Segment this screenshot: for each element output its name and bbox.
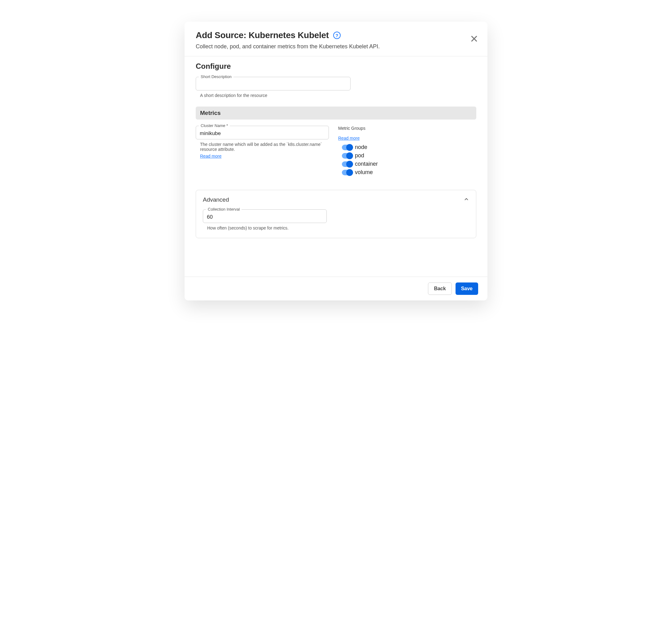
toggle-volume-label: volume: [355, 169, 373, 176]
metrics-banner: Metrics: [196, 107, 476, 120]
save-button[interactable]: Save: [456, 282, 478, 295]
dialog-subtitle: Collect node, pod, and container metrics…: [196, 43, 476, 50]
collection-interval-field: Collection Interval: [203, 209, 327, 223]
advanced-section: Advanced Collection Interval How often (…: [196, 190, 476, 238]
cluster-name-label: Cluster Name *: [199, 123, 230, 128]
short-description-helper: A short description for the resource: [200, 93, 476, 98]
metric-groups-title: Metric Groups: [338, 126, 476, 131]
help-icon[interactable]: ?: [333, 31, 341, 39]
toggle-pod-label: pod: [355, 153, 364, 159]
chevron-up-icon: [463, 196, 469, 203]
toggle-pod[interactable]: [342, 153, 353, 159]
cluster-name-read-more[interactable]: Read more: [200, 154, 221, 159]
toggle-node[interactable]: [342, 145, 353, 150]
close-icon[interactable]: [470, 35, 478, 43]
advanced-header[interactable]: Advanced: [203, 196, 469, 203]
metric-group-container: container: [342, 161, 476, 167]
cluster-name-helper: The cluster name which will be added as …: [200, 142, 329, 152]
metric-group-volume: volume: [342, 169, 476, 176]
collection-interval-label: Collection Interval: [206, 207, 242, 212]
metric-group-pod: pod: [342, 153, 476, 159]
metric-groups-read-more[interactable]: Read more: [338, 136, 360, 141]
metric-groups-list: node pod container volume: [338, 144, 476, 176]
collection-interval-helper: How often (seconds) to scrape for metric…: [207, 226, 469, 230]
configure-title: Configure: [196, 62, 476, 71]
metrics-columns: Cluster Name * The cluster name which wi…: [196, 126, 476, 178]
dialog-footer: Back Save: [185, 277, 487, 300]
metric-groups-column: Metric Groups Read more node pod contain…: [338, 126, 476, 178]
metric-group-node: node: [342, 144, 476, 150]
cluster-name-field: Cluster Name *: [196, 126, 329, 139]
dialog-title: Add Source: Kubernetes Kubelet: [196, 30, 329, 40]
dialog-body: Configure Short Description A short desc…: [185, 56, 487, 277]
title-row: Add Source: Kubernetes Kubelet ?: [196, 30, 476, 40]
short-description-field: Short Description: [196, 77, 351, 90]
toggle-node-label: node: [355, 144, 367, 150]
cluster-name-column: Cluster Name * The cluster name which wi…: [196, 126, 329, 178]
toggle-container-label: container: [355, 161, 378, 167]
toggle-container[interactable]: [342, 161, 353, 167]
toggle-volume[interactable]: [342, 170, 353, 175]
add-source-dialog: Add Source: Kubernetes Kubelet ? Collect…: [185, 22, 487, 300]
dialog-header: Add Source: Kubernetes Kubelet ? Collect…: [185, 22, 487, 56]
advanced-title: Advanced: [203, 196, 229, 203]
short-description-label: Short Description: [199, 74, 234, 79]
back-button[interactable]: Back: [428, 282, 452, 295]
